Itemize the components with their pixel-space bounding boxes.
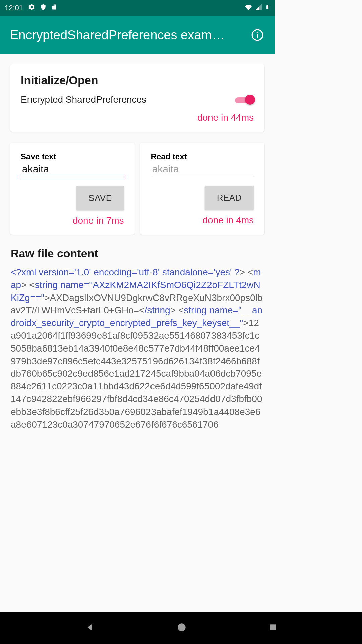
save-title: Save text (21, 152, 124, 161)
shield-icon (40, 3, 47, 13)
save-status: done in 7ms (21, 215, 124, 226)
initialize-card: Initialize/Open Encrypted SharedPreferen… (10, 64, 264, 132)
init-status: done in 44ms (21, 112, 254, 123)
encrypted-toggle[interactable] (235, 96, 254, 103)
read-status: done in 4ms (151, 215, 254, 226)
save-button[interactable]: SAVE (76, 186, 124, 210)
status-bar: 12:01 (0, 0, 275, 16)
read-title: Read text (151, 152, 254, 161)
app-title: EncryptedSharedPreferences exam… (10, 28, 244, 42)
battery-icon (265, 3, 270, 13)
status-time: 12:01 (5, 4, 23, 12)
info-button[interactable] (250, 28, 264, 42)
init-title: Initialize/Open (21, 74, 254, 87)
read-button[interactable]: READ (205, 186, 254, 210)
gear-icon (28, 3, 35, 13)
raw-title: Raw file content (10, 247, 264, 260)
signal-icon (255, 3, 262, 13)
sd-card-icon (51, 3, 57, 13)
app-bar: EncryptedSharedPreferences exam… (0, 16, 275, 54)
save-card: Save text SAVE done in 7ms (10, 143, 135, 235)
save-input[interactable] (21, 161, 124, 177)
read-card: Read text READ done in 4ms (140, 143, 265, 235)
wifi-icon (244, 4, 252, 12)
raw-content: <?xml version='1.0' encoding='utf-8' sta… (10, 266, 264, 431)
raw-section: Raw file content <?xml version='1.0' enc… (10, 247, 264, 431)
encrypted-toggle-label: Encrypted SharedPreferences (21, 94, 235, 105)
svg-point-2 (257, 32, 258, 33)
read-output (151, 161, 254, 177)
